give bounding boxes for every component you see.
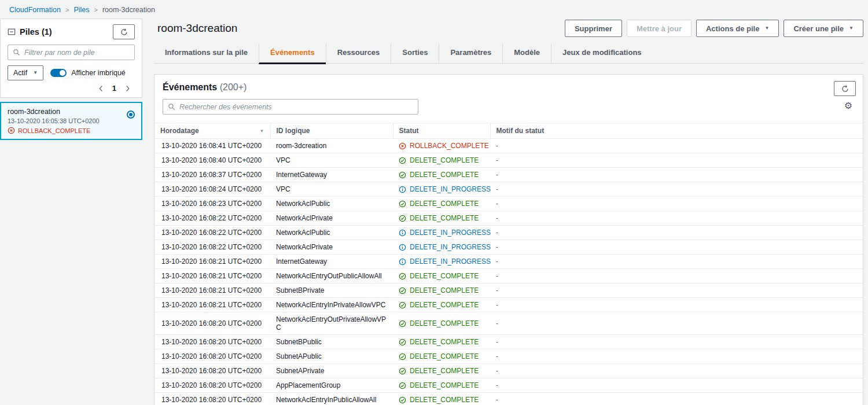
event-logical-id: InternetGateway: [270, 168, 393, 182]
event-timestamp: 13-10-2020 16:08:22 UTC+0200: [155, 211, 270, 226]
stack-actions-button[interactable]: Actions de pile ▼: [696, 20, 779, 37]
tab-strip: Informations sur la pileÉvénementsRessou…: [154, 44, 863, 64]
search-icon: [168, 103, 175, 111]
event-logical-id: SubnetBPublic: [270, 335, 393, 349]
event-status-reason: -: [490, 211, 863, 226]
chevron-down-icon: ▼: [33, 71, 38, 75]
in-progress-status-icon: [399, 229, 406, 237]
event-timestamp: 13-10-2020 16:08:23 UTC+0200: [155, 197, 270, 211]
tab-sorties[interactable]: Sorties: [391, 44, 439, 64]
stack-card-status: ROLLBACK_COMPLETE: [18, 127, 90, 134]
success-status-icon: [399, 353, 406, 360]
success-status-icon: [399, 171, 406, 179]
event-logical-id: InternetGateway: [270, 255, 393, 269]
breadcrumb-link-piles[interactable]: Piles: [73, 6, 89, 14]
table-row: 13-10-2020 16:08:21 UTC+0200 NetworkAclE…: [155, 298, 863, 312]
stack-card-timestamp: 13-10-2020 16:05:38 UTC+0200: [8, 117, 135, 124]
column-header-horodatage[interactable]: Horodatage ▼: [155, 123, 270, 139]
error-status-icon: [399, 142, 406, 150]
event-status-reason: -: [490, 335, 863, 349]
events-table: Horodatage ▼ ID logique Statut Motif du …: [155, 123, 863, 405]
event-status: DELETE_COMPLETE: [410, 338, 479, 346]
event-status: DELETE_COMPLETE: [410, 171, 479, 179]
breadcrumb: CloudFormation > Piles > room-3dcreation: [0, 0, 868, 19]
event-timestamp: 13-10-2020 16:08:21 UTC+0200: [155, 255, 270, 269]
success-status-icon: [399, 320, 406, 327]
event-status: DELETE_COMPLETE: [410, 381, 479, 389]
success-status-icon: [399, 382, 406, 389]
event-timestamp: 13-10-2020 16:08:20 UTC+0200: [155, 349, 270, 364]
error-status-icon: [8, 127, 15, 134]
events-search-input[interactable]: [179, 103, 413, 111]
next-page-button[interactable]: [125, 85, 130, 92]
breadcrumb-separator: >: [65, 6, 69, 13]
stacks-sidebar: Piles (1) Actif ▼ Afficher imbriqué: [0, 19, 142, 140]
delete-button[interactable]: Supprimer: [565, 20, 622, 37]
collapse-panel-icon[interactable]: [8, 28, 16, 36]
event-status: DELETE_COMPLETE: [410, 200, 479, 208]
table-row: 13-10-2020 16:08:40 UTC+0200 VPC DELETE_…: [155, 153, 863, 168]
success-status-icon: [399, 301, 406, 309]
stack-status-select[interactable]: Actif ▼: [8, 65, 43, 80]
event-status: DELETE_IN_PROGRESS: [410, 229, 491, 237]
success-status-icon: [399, 273, 406, 280]
stack-card-room-3dcreation[interactable]: room-3dcreation 13-10-2020 16:05:38 UTC+…: [0, 102, 142, 140]
create-stack-button[interactable]: Créer une pile ▼: [784, 20, 863, 37]
update-button: Mettre à jour: [627, 20, 692, 37]
show-nested-toggle[interactable]: [50, 69, 67, 77]
column-header-id-logique: ID logique: [270, 123, 393, 139]
tab-evenements[interactable]: Événements: [259, 44, 326, 64]
tab-jeux-de-modifications[interactable]: Jeux de modifications: [551, 44, 653, 64]
table-row: 13-10-2020 16:08:22 UTC+0200 NetworkAclP…: [155, 240, 863, 255]
selected-radio-icon[interactable]: [127, 111, 135, 119]
event-timestamp: 13-10-2020 16:08:21 UTC+0200: [155, 298, 270, 312]
breadcrumb-link-cloudformation[interactable]: CloudFormation: [9, 6, 61, 14]
event-status: DELETE_IN_PROGRESS: [410, 185, 491, 193]
event-status-reason: -: [490, 269, 863, 284]
event-status-reason: -: [490, 255, 863, 269]
event-timestamp: 13-10-2020 16:08:21 UTC+0200: [155, 284, 270, 298]
event-status-reason: -: [490, 168, 863, 182]
tab-ressources[interactable]: Ressources: [326, 44, 391, 64]
event-status-reason: -: [490, 298, 863, 312]
table-row: 13-10-2020 16:08:24 UTC+0200 VPC DELETE_…: [155, 182, 863, 197]
event-status: DELETE_COMPLETE: [410, 272, 479, 280]
search-icon: [13, 49, 20, 56]
event-timestamp: 13-10-2020 16:08:20 UTC+0200: [155, 393, 270, 405]
tab-modele[interactable]: Modèle: [502, 44, 551, 64]
event-timestamp: 13-10-2020 16:08:37 UTC+0200: [155, 168, 270, 182]
event-logical-id: NetworkAclEntryOutPrivateAllowVPC: [270, 312, 393, 335]
events-count: (200+): [220, 82, 247, 92]
refresh-stacks-button[interactable]: [113, 24, 135, 39]
table-row: 13-10-2020 16:08:23 UTC+0200 NetworkAclP…: [155, 197, 863, 211]
stacks-pagination: 1: [8, 84, 135, 93]
events-search-box: [163, 99, 418, 115]
tab-parametres[interactable]: Paramètres: [439, 44, 502, 64]
stack-filter-input[interactable]: [24, 49, 130, 57]
table-row: 13-10-2020 16:08:20 UTC+0200 SubnetAPriv…: [155, 364, 863, 378]
event-logical-id: VPC: [270, 153, 393, 168]
event-status: DELETE_COMPLETE: [410, 286, 479, 294]
success-status-icon: [399, 287, 406, 294]
stacks-panel: Piles (1) Actif ▼ Afficher imbriqué: [0, 19, 142, 98]
chevron-down-icon: ▼: [764, 26, 769, 31]
in-progress-status-icon: [399, 186, 406, 193]
previous-page-button[interactable]: [98, 85, 104, 92]
event-timestamp: 13-10-2020 16:08:21 UTC+0200: [155, 269, 270, 284]
settings-gear-icon[interactable]: ⚙: [844, 101, 856, 111]
breadcrumb-separator: >: [94, 6, 97, 13]
event-status: DELETE_COMPLETE: [410, 214, 479, 222]
refresh-events-button[interactable]: [834, 81, 856, 96]
table-row: 13-10-2020 16:08:20 UTC+0200 NetworkAclE…: [155, 312, 863, 335]
event-status-reason: -: [490, 197, 863, 211]
event-status: DELETE_COMPLETE: [410, 319, 479, 327]
refresh-icon: [841, 85, 849, 93]
tab-informations-sur-la-pile[interactable]: Informations sur la pile: [154, 44, 259, 64]
event-status-reason: -: [490, 139, 863, 153]
success-status-icon: [399, 215, 406, 222]
event-timestamp: 13-10-2020 16:08:41 UTC+0200: [155, 139, 270, 153]
event-logical-id: SubnetAPublic: [270, 349, 393, 364]
event-timestamp: 13-10-2020 16:08:22 UTC+0200: [155, 226, 270, 240]
event-logical-id: NetworkAclEntryOutPublicAllowAll: [270, 269, 393, 284]
table-row: 13-10-2020 16:08:20 UTC+0200 AppPlacemen…: [155, 378, 863, 393]
